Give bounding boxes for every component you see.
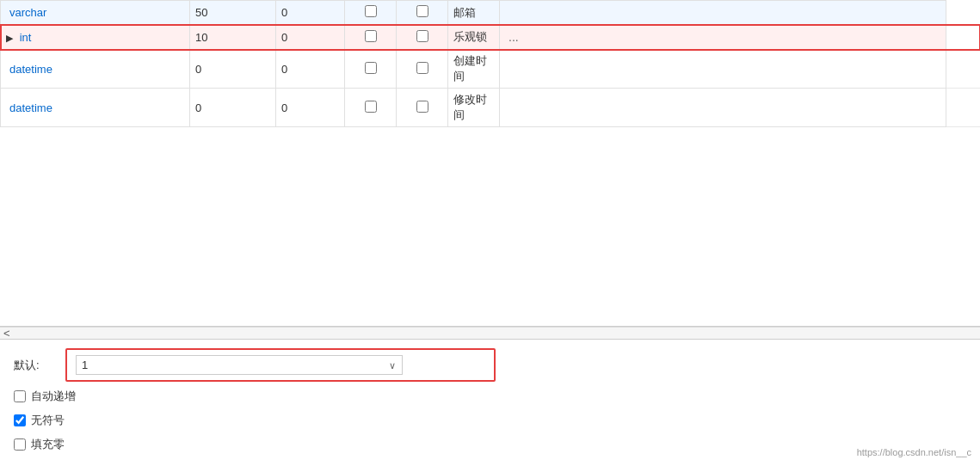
table-row[interactable]: ▶ int 10 0 乐观锁 ... [1, 25, 981, 50]
row-decimal: 0 [276, 89, 345, 127]
row-length: 0 [190, 89, 276, 127]
scroll-left-arrow[interactable]: < [3, 327, 10, 340]
row-notnull-checkbox[interactable] [365, 62, 377, 74]
row-decimal: 0 [276, 25, 345, 50]
unsigned-row: 无符号 [14, 413, 966, 428]
table-row[interactable]: varchar 50 0 邮箱 [1, 1, 981, 25]
row-arrow-cell: datetime [1, 50, 190, 89]
default-field-wrapper: 1 [65, 348, 496, 382]
row-notnull-cell[interactable] [345, 50, 397, 89]
row-notnull-checkbox[interactable] [365, 30, 377, 42]
row-notnull-checkbox[interactable] [365, 5, 377, 17]
row-type: datetime [9, 101, 52, 114]
unsigned-label[interactable]: 无符号 [31, 413, 65, 428]
row-notnull-cell[interactable] [345, 25, 397, 50]
auto-increment-label[interactable]: 自动递增 [31, 389, 76, 404]
fields-table: varchar 50 0 邮箱 ▶ int 10 0 [0, 0, 980, 127]
table-area: varchar 50 0 邮箱 ▶ int 10 0 [0, 0, 980, 327]
row-type: datetime [9, 63, 52, 76]
auto-increment-checkbox[interactable] [14, 390, 26, 402]
default-select-wrapper[interactable]: 1 [76, 355, 403, 375]
row-comment: 创建时间 [448, 50, 500, 89]
row-length: 0 [190, 50, 276, 89]
row-arrow-cell: ▶ int [1, 25, 190, 50]
row-decimal: 0 [276, 50, 345, 89]
row-action-cell[interactable] [500, 1, 946, 25]
row-key-cell[interactable] [397, 25, 448, 50]
row-action-cell[interactable] [500, 89, 946, 127]
row-key-checkbox[interactable] [416, 5, 428, 17]
table-row[interactable]: datetime 0 0 创建时间 [1, 50, 981, 89]
row-key-cell[interactable] [397, 1, 448, 25]
zerofill-checkbox[interactable] [14, 438, 26, 451]
row-comment: 修改时间 [448, 89, 500, 127]
row-action-button[interactable]: ... [505, 28, 522, 46]
row-decimal: 0 [276, 1, 345, 25]
table-row[interactable]: datetime 0 0 修改时间 [1, 89, 981, 127]
row-type: varchar [9, 6, 46, 19]
main-container: varchar 50 0 邮箱 ▶ int 10 0 [0, 0, 980, 466]
row-action-cell[interactable] [500, 50, 946, 89]
row-arrow-cell: datetime [1, 89, 190, 127]
row-type: int [20, 31, 32, 44]
bottom-options: 自动递增 无符号 填充零 [14, 389, 966, 457]
auto-increment-row: 自动递增 [14, 389, 966, 404]
row-key-cell[interactable] [397, 89, 448, 127]
zerofill-row: 填充零 [14, 437, 966, 452]
row-comment: 乐观锁 [448, 25, 500, 50]
row-length: 50 [190, 1, 276, 25]
unsigned-checkbox[interactable] [14, 414, 26, 426]
scroll-bar[interactable]: < [0, 327, 980, 339]
default-select[interactable]: 1 [76, 355, 403, 375]
row-key-checkbox[interactable] [416, 30, 428, 42]
watermark: https://blog.csdn.net/isn__c [857, 447, 971, 457]
row-notnull-cell[interactable] [345, 1, 397, 25]
row-notnull-cell[interactable] [345, 89, 397, 127]
row-comment: 邮箱 [448, 1, 500, 25]
default-field-row: 默认: 1 [14, 348, 966, 382]
row-action-cell[interactable]: ... [500, 25, 946, 50]
row-key-cell[interactable] [397, 50, 448, 89]
row-length: 10 [190, 25, 276, 50]
row-arrow: ▶ [6, 33, 13, 43]
row-key-checkbox[interactable] [416, 62, 428, 74]
row-notnull-checkbox[interactable] [365, 101, 377, 113]
row-arrow-cell: varchar [1, 1, 190, 25]
bottom-panel: 默认: 1 自动递增 无符号 填充零 [0, 339, 980, 466]
default-label: 默认: [14, 358, 65, 373]
zerofill-label[interactable]: 填充零 [31, 437, 65, 452]
row-key-checkbox[interactable] [416, 101, 428, 113]
